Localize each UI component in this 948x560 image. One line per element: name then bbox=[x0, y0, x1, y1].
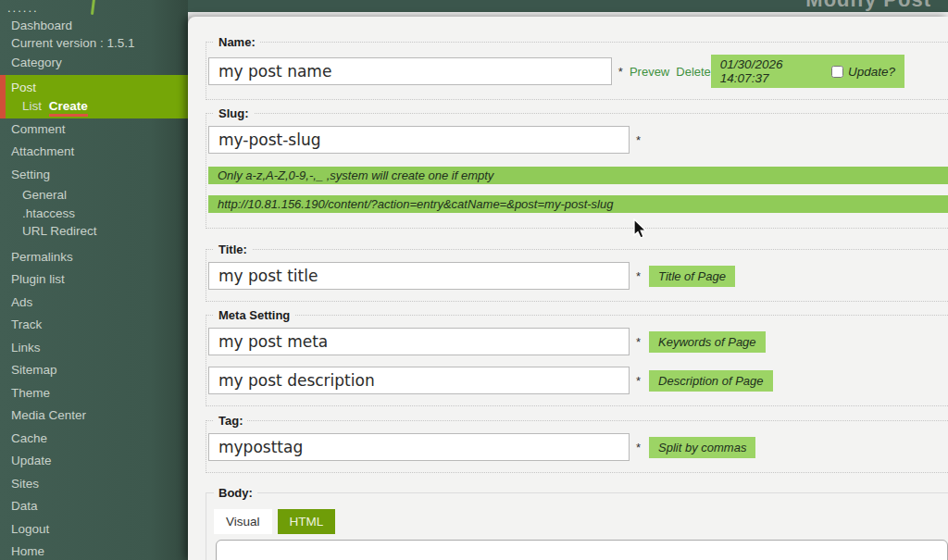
sidebar-item-post-active[interactable]: Post List Create bbox=[0, 75, 188, 118]
sidebar-nav: Dashboard Current version : 1.5.1 Catego… bbox=[0, 0, 188, 560]
sidebar-item-post-list[interactable]: List bbox=[22, 99, 42, 113]
sidebar-item-plugin-list[interactable]: Plugin list bbox=[0, 268, 188, 292]
sidebar-item-url-redirect[interactable]: URL Redirect bbox=[0, 222, 188, 241]
meta-keywords-input[interactable] bbox=[208, 328, 630, 355]
slug-label: Slug: bbox=[214, 106, 254, 120]
logo-dots: ...... bbox=[7, 1, 39, 15]
sidebar-item-htaccess[interactable]: .htaccess bbox=[0, 205, 188, 223]
sidebar-item-cache[interactable]: Cache bbox=[0, 428, 188, 451]
slug-url-hint: http://10.81.156.190/content/?action=ent… bbox=[208, 195, 948, 213]
title-label: Title: bbox=[214, 243, 252, 256]
sidebar-item-dashboard[interactable]: Dashboard bbox=[0, 17, 188, 34]
meta-keywords-required-asterisk: * bbox=[636, 335, 641, 349]
page-title: Modify Post bbox=[805, 0, 931, 12]
name-label: Name: bbox=[214, 35, 260, 49]
meta-setting-label: Meta Setting bbox=[214, 308, 294, 322]
editor-tabs: Visual HTML bbox=[214, 509, 948, 534]
slug-required-asterisk: * bbox=[636, 133, 641, 147]
tab-html[interactable]: HTML bbox=[278, 509, 336, 534]
main-panel: Name: * Prevew Delete 01/30/2026 14:07:3… bbox=[188, 17, 948, 560]
body-fieldset: Body: Visual HTML bbox=[206, 486, 948, 560]
sidebar-item-links[interactable]: Links bbox=[0, 337, 188, 360]
sidebar-item-post[interactable]: Post bbox=[11, 78, 188, 97]
update-label: Update? bbox=[848, 65, 895, 79]
sidebar-item-home[interactable]: Home bbox=[0, 541, 188, 560]
meta-description-hint-badge: Description of Page bbox=[649, 370, 772, 392]
tag-hint-badge: Split by commas bbox=[649, 437, 755, 458]
tag-fieldset: Tag: * Split by commas bbox=[206, 414, 948, 473]
preview-link[interactable]: Prevew bbox=[630, 65, 669, 79]
title-hint-badge: Title of Page bbox=[649, 266, 735, 287]
sidebar-item-sitemap[interactable]: Sitemap bbox=[0, 359, 188, 382]
meta-fieldset: Meta Setting * Keywords of Page * Descri… bbox=[206, 308, 948, 406]
title-required-asterisk: * bbox=[636, 269, 641, 283]
tag-label: Tag: bbox=[214, 414, 247, 428]
sidebar-item-theme[interactable]: Theme bbox=[0, 382, 188, 405]
slug-input[interactable] bbox=[208, 126, 630, 154]
name-fieldset: Name: * Prevew Delete 01/30/2026 14:07:3… bbox=[206, 35, 948, 100]
slug-fieldset: Slug: * Only a-z,A-Z,0-9,-,_ ,system wil… bbox=[206, 106, 948, 229]
sidebar-item-media-center[interactable]: Media Center bbox=[0, 404, 188, 428]
title-fieldset: Title: * Title of Page bbox=[206, 243, 948, 302]
sidebar-item-data[interactable]: Data bbox=[0, 495, 188, 518]
sidebar: ...... Dashboard Current version : 1.5.1… bbox=[0, 0, 188, 560]
sidebar-item-update[interactable]: Update bbox=[0, 450, 188, 473]
sidebar-item-sites[interactable]: Sites bbox=[0, 473, 188, 496]
sidebar-item-general[interactable]: General bbox=[0, 186, 188, 205]
sidebar-item-setting[interactable]: Setting bbox=[0, 164, 188, 187]
post-timestamp: 01/30/2026 14:07:37 bbox=[720, 57, 827, 85]
tab-visual[interactable]: Visual bbox=[214, 509, 272, 534]
sidebar-item-attachment[interactable]: Attachment bbox=[0, 141, 188, 164]
tag-required-asterisk: * bbox=[636, 441, 641, 454]
slug-rule-hint: Only a-z,A-Z,0-9,-,_ ,system will create… bbox=[208, 167, 948, 184]
name-required-asterisk: * bbox=[618, 65, 623, 79]
sidebar-item-logout[interactable]: Logout bbox=[0, 518, 188, 541]
sidebar-item-ads[interactable]: Ads bbox=[0, 292, 188, 315]
meta-description-required-asterisk: * bbox=[636, 374, 641, 388]
meta-description-input[interactable] bbox=[208, 367, 630, 394]
sidebar-item-category[interactable]: Category bbox=[0, 52, 188, 75]
update-date-checkbox[interactable] bbox=[831, 66, 843, 78]
sidebar-version-label: Current version : 1.5.1 bbox=[0, 34, 188, 52]
body-label: Body: bbox=[214, 486, 257, 500]
name-input[interactable] bbox=[208, 57, 612, 85]
sidebar-item-permalinks[interactable]: Permalinks bbox=[0, 246, 188, 269]
sidebar-item-comment[interactable]: Comment bbox=[0, 118, 188, 142]
title-input[interactable] bbox=[208, 262, 630, 290]
meta-keywords-hint-badge: Keywords of Page bbox=[649, 331, 766, 353]
tag-input[interactable] bbox=[208, 433, 630, 461]
delete-link[interactable]: Delete bbox=[676, 65, 711, 79]
sidebar-item-post-create[interactable]: Create bbox=[49, 99, 88, 117]
sidebar-item-track[interactable]: Track bbox=[0, 314, 188, 337]
date-update-badge: 01/30/2026 14:07:37 Update? bbox=[711, 55, 904, 88]
modify-post-page: Modify Post ...... Dashboard Current ver… bbox=[0, 0, 948, 560]
body-editor-textarea[interactable] bbox=[216, 540, 948, 560]
